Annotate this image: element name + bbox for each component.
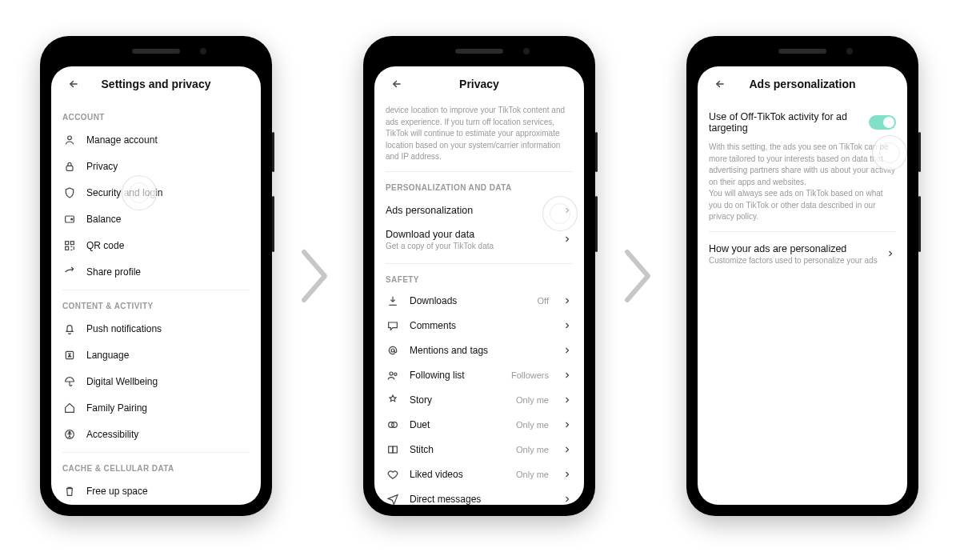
value: Only me xyxy=(516,395,549,405)
share-icon xyxy=(62,265,77,279)
row-share-profile[interactable]: Share profile xyxy=(62,258,250,285)
page-title: Ads personalization xyxy=(749,78,855,90)
row-ads-personalization[interactable]: Ads personalization xyxy=(386,197,573,224)
off-tiktok-toggle[interactable] xyxy=(869,115,896,130)
screen-privacy: Privacy device location to improve your … xyxy=(374,66,584,505)
row-push[interactable]: Push notifications xyxy=(62,315,250,342)
label: Direct messages xyxy=(410,494,552,505)
svg-rect-4 xyxy=(66,241,69,244)
appbar: Privacy xyxy=(374,66,584,102)
value: Followers xyxy=(511,370,549,380)
label: Liked videos xyxy=(410,469,506,480)
chevron-right-icon xyxy=(562,234,573,245)
chevron-right-icon xyxy=(562,370,573,381)
chevron-right-icon xyxy=(885,248,896,259)
divider xyxy=(386,171,573,172)
lock-icon xyxy=(62,159,77,174)
svg-rect-6 xyxy=(66,246,69,250)
value: Off xyxy=(538,296,549,306)
row-data-saver[interactable]: Data Saver xyxy=(62,504,250,505)
row-dm[interactable]: Direct messages xyxy=(386,487,573,506)
chevron-right-icon xyxy=(562,394,573,406)
phone-camera xyxy=(200,48,206,54)
row-comments[interactable]: Comments xyxy=(386,314,573,338)
chevron-right-icon xyxy=(562,469,573,480)
chevron-right-icon xyxy=(562,320,573,331)
chevron-right-icon xyxy=(562,444,573,455)
label: Mentions and tags xyxy=(410,345,552,356)
value: Only me xyxy=(516,470,549,479)
svg-point-15 xyxy=(392,422,398,428)
send-icon xyxy=(386,492,400,505)
location-note: device location to improve your TikTok c… xyxy=(386,105,573,163)
row-free-space[interactable]: Free up space xyxy=(62,478,250,504)
svg-point-13 xyxy=(394,373,397,375)
row-mentions[interactable]: Mentions and tags xyxy=(386,338,573,363)
back-button[interactable] xyxy=(382,66,411,102)
divider xyxy=(62,290,250,290)
label: Duet xyxy=(410,419,506,430)
back-button[interactable] xyxy=(706,66,734,102)
row-story[interactable]: Story Only me xyxy=(386,388,573,413)
row-balance[interactable]: Balance xyxy=(62,206,250,232)
stitch-icon xyxy=(386,442,400,457)
divider xyxy=(386,263,573,264)
svg-rect-17 xyxy=(393,446,397,453)
row-wellbeing[interactable]: Digital Wellbeing xyxy=(62,368,250,394)
label: Push notifications xyxy=(86,323,250,334)
svg-rect-1 xyxy=(66,166,73,170)
row-qr-code[interactable]: QR code xyxy=(62,232,250,258)
row-downloads[interactable]: Downloads Off xyxy=(386,289,573,314)
toggle-description: With this setting, the ads you see on Ti… xyxy=(709,142,896,223)
duet-icon xyxy=(386,418,400,432)
row-following[interactable]: Following list Followers xyxy=(386,363,573,388)
flow-arrow-2 xyxy=(618,244,658,308)
row-accessibility[interactable]: Accessibility xyxy=(62,421,250,447)
appbar: Ads personalization xyxy=(698,66,907,102)
svg-point-0 xyxy=(68,136,72,140)
label: Share profile xyxy=(86,266,250,278)
privacy-content: device location to improve your TikTok c… xyxy=(374,102,584,505)
divider xyxy=(709,231,896,232)
home-icon xyxy=(62,401,77,415)
label: Manage account xyxy=(86,134,250,146)
label: Privacy xyxy=(86,161,250,172)
phone-speaker xyxy=(455,49,503,54)
chevron-right-icon xyxy=(562,295,573,306)
section-header-account: ACCOUNT xyxy=(62,113,250,122)
person-icon xyxy=(62,133,77,147)
row-how-personalized[interactable]: How your ads are personalized Customize … xyxy=(709,237,896,271)
label: Comments xyxy=(410,320,552,331)
page-title: Privacy xyxy=(459,78,499,90)
row-security[interactable]: Security and login xyxy=(62,179,250,206)
row-privacy[interactable]: Privacy xyxy=(62,153,250,179)
row-download-data[interactable]: Download your data Get a copy of your Ti… xyxy=(386,224,573,258)
row-liked[interactable]: Liked videos Only me xyxy=(386,462,573,487)
row-family[interactable]: Family Pairing xyxy=(62,394,250,421)
svg-point-9 xyxy=(69,431,70,433)
row-manage-account[interactable]: Manage account xyxy=(62,126,250,153)
comment-icon xyxy=(386,318,400,333)
trash-icon xyxy=(62,484,77,498)
back-button[interactable] xyxy=(59,66,88,102)
label: Downloads xyxy=(410,295,528,306)
row-duet[interactable]: Duet Only me xyxy=(386,413,573,438)
section-header-safety: SAFETY xyxy=(386,275,573,284)
people-icon xyxy=(386,368,400,382)
section-header-cache: CACHE & CELLULAR DATA xyxy=(62,464,250,473)
arrow-left-icon xyxy=(714,78,726,90)
flow-arrow-1 xyxy=(294,244,334,308)
section-header-content: CONTENT & ACTIVITY xyxy=(62,302,250,310)
screen-settings: Settings and privacy ACCOUNT Manage acco… xyxy=(51,66,261,505)
value: Only me xyxy=(516,445,549,454)
story-icon xyxy=(386,393,400,407)
qr-icon xyxy=(62,238,77,253)
value: Only me xyxy=(516,420,549,430)
label: Free up space xyxy=(86,486,250,497)
phone-settings: Settings and privacy ACCOUNT Manage acco… xyxy=(40,36,272,516)
settings-content: ACCOUNT Manage account Privacy Security … xyxy=(51,102,261,505)
row-stitch[interactable]: Stitch Only me xyxy=(386,438,573,462)
screen-ads: Ads personalization Use of Off-TikTok ac… xyxy=(698,66,907,505)
appbar: Settings and privacy xyxy=(51,66,261,102)
row-language[interactable]: Language xyxy=(62,342,250,368)
